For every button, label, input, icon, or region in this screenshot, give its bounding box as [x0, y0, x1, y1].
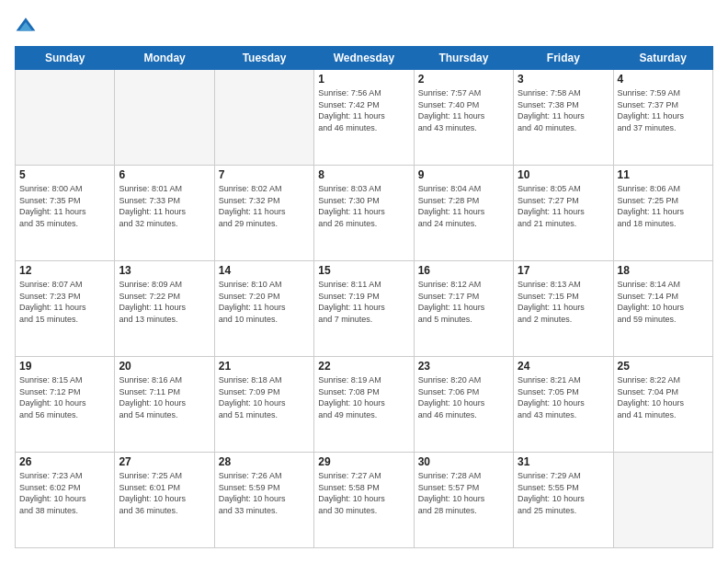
calendar-cell: 19Sunrise: 8:15 AM Sunset: 7:12 PM Dayli…: [16, 357, 115, 453]
day-number: 28: [219, 455, 310, 468]
calendar-cell: 14Sunrise: 8:10 AM Sunset: 7:20 PM Dayli…: [214, 261, 313, 357]
day-number: 31: [518, 455, 609, 468]
day-info: Sunrise: 8:14 AM Sunset: 7:14 PM Dayligh…: [618, 279, 709, 325]
calendar-cell: 18Sunrise: 8:14 AM Sunset: 7:14 PM Dayli…: [613, 261, 712, 357]
day-header-tuesday: Tuesday: [214, 47, 313, 70]
calendar-body: 1Sunrise: 7:56 AM Sunset: 7:42 PM Daylig…: [16, 70, 713, 548]
calendar-table: SundayMondayTuesdayWednesdayThursdayFrid…: [15, 46, 713, 548]
calendar-cell: 25Sunrise: 8:22 AM Sunset: 7:04 PM Dayli…: [613, 357, 712, 453]
day-number: 21: [219, 360, 310, 373]
day-header-monday: Monday: [115, 47, 214, 70]
calendar-cell: 5Sunrise: 8:00 AM Sunset: 7:35 PM Daylig…: [16, 166, 115, 261]
day-info: Sunrise: 8:22 AM Sunset: 7:04 PM Dayligh…: [618, 374, 709, 420]
day-info: Sunrise: 7:58 AM Sunset: 7:38 PM Dayligh…: [518, 87, 609, 133]
day-info: Sunrise: 8:09 AM Sunset: 7:22 PM Dayligh…: [119, 279, 210, 325]
calendar-header: SundayMondayTuesdayWednesdayThursdayFrid…: [16, 47, 713, 70]
calendar-week-3: 19Sunrise: 8:15 AM Sunset: 7:12 PM Dayli…: [16, 357, 713, 453]
day-header-thursday: Thursday: [414, 47, 513, 70]
calendar-cell: 21Sunrise: 8:18 AM Sunset: 7:09 PM Dayli…: [214, 357, 313, 453]
calendar-cell: 20Sunrise: 8:16 AM Sunset: 7:11 PM Dayli…: [115, 357, 214, 453]
day-number: 22: [318, 360, 409, 373]
calendar-week-2: 12Sunrise: 8:07 AM Sunset: 7:23 PM Dayli…: [16, 261, 713, 357]
day-info: Sunrise: 8:06 AM Sunset: 7:25 PM Dayligh…: [618, 183, 709, 229]
calendar-cell: [16, 70, 115, 166]
calendar-week-1: 5Sunrise: 8:00 AM Sunset: 7:35 PM Daylig…: [16, 166, 713, 261]
day-number: 26: [19, 455, 110, 468]
day-number: 15: [318, 264, 409, 277]
day-number: 29: [318, 455, 409, 468]
day-info: Sunrise: 8:20 AM Sunset: 7:06 PM Dayligh…: [418, 374, 509, 420]
calendar-cell: 9Sunrise: 8:04 AM Sunset: 7:28 PM Daylig…: [414, 166, 513, 261]
calendar-cell: 27Sunrise: 7:25 AM Sunset: 6:01 PM Dayli…: [115, 453, 214, 548]
day-info: Sunrise: 7:25 AM Sunset: 6:01 PM Dayligh…: [119, 470, 210, 516]
day-header-saturday: Saturday: [613, 47, 712, 70]
day-number: 4: [618, 73, 709, 86]
day-info: Sunrise: 8:16 AM Sunset: 7:11 PM Dayligh…: [119, 374, 210, 420]
day-info: Sunrise: 7:56 AM Sunset: 7:42 PM Dayligh…: [318, 87, 409, 133]
day-number: 30: [418, 455, 509, 468]
logo: [15, 15, 40, 37]
day-number: 9: [418, 168, 509, 181]
day-number: 19: [19, 360, 110, 373]
day-info: Sunrise: 8:21 AM Sunset: 7:05 PM Dayligh…: [518, 374, 609, 420]
day-number: 20: [119, 360, 210, 373]
calendar-cell: 22Sunrise: 8:19 AM Sunset: 7:08 PM Dayli…: [314, 357, 414, 453]
day-info: Sunrise: 8:07 AM Sunset: 7:23 PM Dayligh…: [19, 279, 110, 325]
day-info: Sunrise: 8:10 AM Sunset: 7:20 PM Dayligh…: [219, 279, 310, 325]
header: [15, 15, 713, 37]
calendar-cell: 4Sunrise: 7:59 AM Sunset: 7:37 PM Daylig…: [613, 70, 712, 166]
calendar-cell: 12Sunrise: 8:07 AM Sunset: 7:23 PM Dayli…: [16, 261, 115, 357]
day-number: 1: [318, 73, 409, 86]
calendar-cell: 30Sunrise: 7:28 AM Sunset: 5:57 PM Dayli…: [414, 453, 513, 548]
day-number: 6: [119, 168, 210, 181]
calendar-cell: 3Sunrise: 7:58 AM Sunset: 7:38 PM Daylig…: [514, 70, 613, 166]
day-info: Sunrise: 8:12 AM Sunset: 7:17 PM Dayligh…: [418, 279, 509, 325]
calendar-cell: 13Sunrise: 8:09 AM Sunset: 7:22 PM Dayli…: [115, 261, 214, 357]
calendar-cell: 15Sunrise: 8:11 AM Sunset: 7:19 PM Dayli…: [314, 261, 414, 357]
day-header-sunday: Sunday: [16, 47, 115, 70]
calendar-cell: [214, 70, 313, 166]
day-info: Sunrise: 8:15 AM Sunset: 7:12 PM Dayligh…: [19, 374, 110, 420]
day-number: 27: [119, 455, 210, 468]
day-number: 24: [518, 360, 609, 373]
calendar-cell: 17Sunrise: 8:13 AM Sunset: 7:15 PM Dayli…: [514, 261, 613, 357]
calendar-cell: 6Sunrise: 8:01 AM Sunset: 7:33 PM Daylig…: [115, 166, 214, 261]
day-number: 12: [19, 264, 110, 277]
day-number: 25: [618, 360, 709, 373]
days-row: SundayMondayTuesdayWednesdayThursdayFrid…: [16, 47, 713, 70]
day-header-wednesday: Wednesday: [314, 47, 414, 70]
day-header-friday: Friday: [514, 47, 613, 70]
day-number: 3: [518, 73, 609, 86]
calendar-cell: 1Sunrise: 7:56 AM Sunset: 7:42 PM Daylig…: [314, 70, 414, 166]
day-info: Sunrise: 8:02 AM Sunset: 7:32 PM Dayligh…: [219, 183, 310, 229]
day-number: 16: [418, 264, 509, 277]
calendar-cell: 10Sunrise: 8:05 AM Sunset: 7:27 PM Dayli…: [514, 166, 613, 261]
day-info: Sunrise: 7:29 AM Sunset: 5:55 PM Dayligh…: [518, 470, 609, 516]
day-info: Sunrise: 8:04 AM Sunset: 7:28 PM Dayligh…: [418, 183, 509, 229]
day-number: 17: [518, 264, 609, 277]
day-number: 8: [318, 168, 409, 181]
day-info: Sunrise: 8:13 AM Sunset: 7:15 PM Dayligh…: [518, 279, 609, 325]
logo-icon: [15, 15, 37, 37]
calendar-cell: [613, 453, 712, 548]
calendar-week-0: 1Sunrise: 7:56 AM Sunset: 7:42 PM Daylig…: [16, 70, 713, 166]
day-info: Sunrise: 7:28 AM Sunset: 5:57 PM Dayligh…: [418, 470, 509, 516]
calendar-cell: 28Sunrise: 7:26 AM Sunset: 5:59 PM Dayli…: [214, 453, 313, 548]
calendar-cell: 23Sunrise: 8:20 AM Sunset: 7:06 PM Dayli…: [414, 357, 513, 453]
calendar-cell: 7Sunrise: 8:02 AM Sunset: 7:32 PM Daylig…: [214, 166, 313, 261]
calendar-cell: 31Sunrise: 7:29 AM Sunset: 5:55 PM Dayli…: [514, 453, 613, 548]
calendar-cell: 24Sunrise: 8:21 AM Sunset: 7:05 PM Dayli…: [514, 357, 613, 453]
page: SundayMondayTuesdayWednesdayThursdayFrid…: [0, 0, 728, 563]
day-number: 11: [618, 168, 709, 181]
calendar-week-4: 26Sunrise: 7:23 AM Sunset: 6:02 PM Dayli…: [16, 453, 713, 548]
day-info: Sunrise: 7:57 AM Sunset: 7:40 PM Dayligh…: [418, 87, 509, 133]
calendar-cell: 29Sunrise: 7:27 AM Sunset: 5:58 PM Dayli…: [314, 453, 414, 548]
day-info: Sunrise: 8:18 AM Sunset: 7:09 PM Dayligh…: [219, 374, 310, 420]
day-number: 10: [518, 168, 609, 181]
day-info: Sunrise: 7:59 AM Sunset: 7:37 PM Dayligh…: [618, 87, 709, 133]
day-info: Sunrise: 8:03 AM Sunset: 7:30 PM Dayligh…: [318, 183, 409, 229]
calendar-cell: 26Sunrise: 7:23 AM Sunset: 6:02 PM Dayli…: [16, 453, 115, 548]
calendar-cell: 8Sunrise: 8:03 AM Sunset: 7:30 PM Daylig…: [314, 166, 414, 261]
calendar-cell: 11Sunrise: 8:06 AM Sunset: 7:25 PM Dayli…: [613, 166, 712, 261]
calendar-cell: 2Sunrise: 7:57 AM Sunset: 7:40 PM Daylig…: [414, 70, 513, 166]
